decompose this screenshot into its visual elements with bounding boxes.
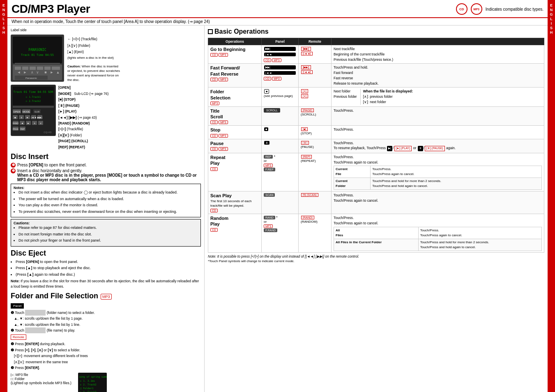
svg-text:▶▶|: ▶▶| xyxy=(37,116,42,119)
svg-text:⏸: ⏸ xyxy=(21,116,23,119)
folder-title: Folder and File Selection xyxy=(11,292,98,300)
svg-text:SUB: SUB xyxy=(35,111,39,113)
right-sidebar: ENGLISH xyxy=(548,0,555,392)
panel-steps: ❶ Touch (folder name) to select a folder… xyxy=(11,310,201,334)
svg-text:PANASONIC: PANASONIC xyxy=(28,48,46,52)
disc-eject-section: Disc Eject Press [OPEN] to open the fron… xyxy=(11,249,201,289)
basic-ops-title: Basic Operations xyxy=(208,28,544,35)
disc-insert-step2: Insert a disc horizontally and gently. W… xyxy=(17,168,201,182)
op-name: Stop xyxy=(210,127,259,133)
svg-text:OPEN: OPEN xyxy=(13,111,20,113)
mp3-badge-folder: MP3 xyxy=(101,294,112,300)
svg-text:▷ 3. Track3: ▷ 3. Track3 xyxy=(80,390,97,392)
notes-box: Notes: Do not insert a disc when disc in… xyxy=(11,184,201,217)
col-remote: Remote xyxy=(299,38,332,45)
svg-text:▷ 2.Track2: ▷ 2.Track2 xyxy=(26,99,41,102)
op-desc: Touch/Press. Touch/Press again to cancel… xyxy=(332,191,544,214)
control-diagram: Track 01 Time 04:55 SDR ▷ 1.Track1 ▷ 2.T… xyxy=(11,85,201,150)
op-name: RepeatPlay xyxy=(210,154,259,166)
label-eject: [▲] (Eject) (lights when a disc is in th… xyxy=(67,49,121,60)
op-row-stop: Stop CD MP3 ■ xyxy=(208,126,544,139)
svg-text:►: ► xyxy=(27,122,30,125)
panel-buttons: RAND * or MP3 F.RAND xyxy=(264,215,296,232)
op-badges: CD xyxy=(210,228,259,232)
col-operations: Operations xyxy=(208,38,262,45)
disc-types: CD MP3 Indicates compatible disc types. xyxy=(456,3,543,15)
panel-badge: Panel xyxy=(11,303,24,309)
op-name: Scan Play xyxy=(210,193,259,198)
svg-text:□ Folder1: □ Folder1 xyxy=(80,387,94,390)
two-col: Label side PANASONIC Track 01 Time 04:55 xyxy=(7,25,548,392)
folder-section: Folder and File Selection MP3 Panel ❶ To… xyxy=(11,292,201,392)
file-types: ▷: MP3 file □: Folder (Lighted up symbol… xyxy=(11,373,201,392)
svg-text:CQ-VD: CQ-VD xyxy=(44,131,52,134)
checkbox-icon xyxy=(208,29,213,34)
scan-subtext: The first 10 seconds of each track/file … xyxy=(210,199,259,208)
right-sidebar-label: ENGLISH xyxy=(549,3,553,35)
left-sidebar-label: ENGLISH xyxy=(2,3,6,35)
mp3-badge: MP3 xyxy=(471,3,482,15)
panel-buttons: ▶▶| |◄◄ CD MP3 xyxy=(264,46,296,62)
left-column: Label side PANASONIC Track 01 Time 04:55 xyxy=(7,25,205,392)
disc-insert-step1: Press [OPEN] to open the front panel. xyxy=(17,163,87,167)
svg-text:the song of spring summ...: the song of spring summ... xyxy=(78,375,107,378)
remote-buttons: [⏸] (PAUSE) xyxy=(301,141,329,149)
svg-rect-5 xyxy=(15,67,21,70)
op-row-title-scroll: TitleScroll CD MP3 SCROLL xyxy=(208,106,544,126)
op-desc: Next folder Previous folder When the fil… xyxy=(332,88,544,107)
label-side: Label side xyxy=(11,28,64,32)
col-desc xyxy=(332,38,544,45)
svg-text:◄: ◄ xyxy=(17,70,21,74)
col-panel: Panel xyxy=(262,38,299,45)
svg-text:Panasonic: Panasonic xyxy=(25,77,37,79)
right-column: Basic Operations Operations Panel Remote xyxy=(205,25,548,392)
svg-text:Track 01  Time 04:55 SDR: Track 01 Time 04:55 SDR xyxy=(14,90,54,94)
step2-num: ❷ xyxy=(11,168,16,173)
svg-text:RAND: RAND xyxy=(13,122,19,125)
svg-text:▷ 1. 3.1ms: ▷ 1. 3.1ms xyxy=(80,379,95,382)
label-folder: [∧][∨] (Folder) xyxy=(67,43,121,49)
svg-text:■: ■ xyxy=(44,70,46,74)
panel-buttons: ▶▶| |◄◄ CD MP3 xyxy=(264,65,296,81)
left-sidebar: ENGLISH xyxy=(0,0,7,392)
main-content: CD/MP3 Player CD MP3 Indicates compatibl… xyxy=(7,0,548,392)
op-badges: CD MP3 xyxy=(210,53,259,57)
op-badges: MP3 xyxy=(210,101,259,105)
cautions-box: Cautions: Please refer to page 87 for di… xyxy=(11,219,201,247)
svg-text:■: ■ xyxy=(14,116,16,119)
label-track-file: ← [</|>] (Track/file) xyxy=(67,36,121,42)
op-desc: Touch/Press. xyxy=(332,126,544,139)
file-screen-svg: the song of spring summ... ▷ 1. 3.1ms ▷ … xyxy=(78,373,107,392)
remote-badge-folder: Remote xyxy=(11,334,26,340)
svg-text:►: ► xyxy=(50,70,54,74)
svg-text:REP: REP xyxy=(21,128,25,130)
op-badges: CD MP3 xyxy=(210,78,259,81)
op-row-repeat: RepeatPlay CD REP * or MP3 xyxy=(208,153,544,191)
svg-text:PAGE: PAGE xyxy=(13,128,18,130)
panel-labels: [OPEN] [MODE] Sub-LCD (⇒ page 76) [■] (S… xyxy=(58,85,108,150)
panel-buttons: ■ (see previous page) xyxy=(264,89,296,98)
op-name: Fast Forward/Fast Reverse xyxy=(210,65,259,77)
op-row-random: RandomPlay CD RAND * or MP3 xyxy=(208,214,544,253)
op-row-pause: Pause CD MP3 ⏸ xyxy=(208,139,544,153)
remote-buttons: [■] (STOP) xyxy=(301,127,329,135)
caution-box: Caution: When the disc is inserted or ej… xyxy=(67,64,121,83)
svg-rect-7 xyxy=(30,67,36,70)
panel-buttons: ■ xyxy=(264,127,296,131)
svg-text:∨: ∨ xyxy=(40,122,41,125)
svg-text:Track 01 Time 04:55: Track 01 Time 04:55 xyxy=(21,53,54,57)
op-desc: Touch/Press. To resume playback, Touch/P… xyxy=(332,139,544,153)
page-title: CD/MP3 Player xyxy=(12,2,90,16)
svg-text:▷ 1.Track1: ▷ 1.Track1 xyxy=(26,95,41,98)
nested-table: CurrentFile Touch/Press.Touch/Press agai… xyxy=(334,166,542,190)
disc-eject-title: Disc Eject xyxy=(11,249,201,258)
op-desc: Touch/Press. xyxy=(332,106,544,126)
footnote: *Touch Panel symbols will change to indi… xyxy=(208,259,544,263)
disc-compat-text: Indicates compatible disc types. xyxy=(486,7,543,12)
panel-buttons: SCAN xyxy=(264,193,296,197)
svg-text:►: ► xyxy=(23,70,27,74)
cd-badge: CD xyxy=(456,3,467,15)
svg-text:▲: ▲ xyxy=(56,70,60,74)
op-name: TitleScroll xyxy=(210,108,259,120)
svg-rect-26 xyxy=(13,106,54,108)
